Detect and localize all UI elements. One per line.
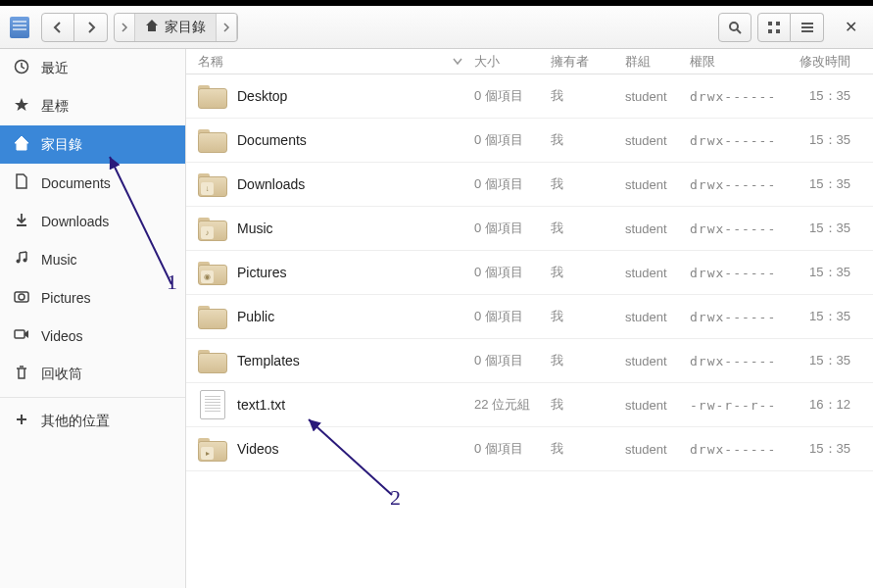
cell-owner: 我 [551, 352, 625, 369]
cell-owner: 我 [551, 87, 625, 105]
column-headers: 名稱 大小 擁有者 群組 權限 修改時間 [186, 49, 873, 74]
annotation-label-2: 2 [390, 485, 401, 511]
cell-group: student [625, 398, 690, 413]
column-header-group[interactable]: 群組 [625, 53, 690, 71]
sidebar-item-label: Documents [41, 175, 111, 191]
svg-rect-5 [776, 29, 780, 33]
file-name: Downloads [237, 176, 305, 192]
doc-icon [14, 173, 29, 192]
column-header-perm[interactable]: 權限 [690, 53, 792, 71]
svg-point-10 [17, 260, 21, 264]
cell-size: 22 位元組 [474, 396, 551, 414]
cell-perm: drwx------ [690, 89, 792, 104]
table-row[interactable]: Desktop0 個項目我studentdrwx------15：35 [186, 74, 873, 119]
cell-perm: drwx------ [690, 354, 792, 368]
path-segment-home[interactable]: 家目錄 [135, 14, 217, 41]
column-header-mtime[interactable]: 修改時間 [792, 53, 850, 71]
folder-icon: ♪ [198, 216, 227, 241]
cell-size: 0 個項目 [474, 440, 551, 458]
column-header-owner[interactable]: 擁有者 [551, 53, 625, 71]
sidebar-item-home[interactable]: 家目錄 [0, 125, 185, 164]
sidebar-item-other[interactable]: 其他的位置 [0, 402, 185, 440]
table-row[interactable]: text1.txt22 位元組我student-rw-r--r--16：12 [186, 383, 873, 427]
cell-group: student [625, 221, 690, 236]
table-row[interactable]: ◉Pictures0 個項目我studentdrwx------15：35 [186, 251, 873, 295]
cell-size: 0 個項目 [474, 131, 551, 149]
table-row[interactable]: Documents0 個項目我studentdrwx------15：35 [186, 119, 873, 163]
column-header-name[interactable]: 名稱 [198, 53, 474, 71]
cell-mtime: 15：35 [792, 308, 850, 325]
file-list: 名稱 大小 擁有者 群組 權限 修改時間 Desktop0 個項目我studen… [186, 49, 873, 588]
cell-mtime: 16：12 [792, 396, 850, 414]
pathbar[interactable]: 家目錄 [114, 13, 238, 42]
sidebar-item-trash[interactable]: 回收筒 [0, 355, 185, 393]
sidebar-item-label: 星標 [41, 98, 69, 116]
cell-group: student [625, 89, 690, 104]
file-name: Pictures [237, 265, 287, 280]
back-button[interactable] [41, 13, 74, 42]
search-button[interactable] [718, 13, 752, 42]
svg-rect-14 [15, 330, 24, 338]
svg-point-0 [730, 23, 738, 30]
cell-group: student [625, 354, 690, 368]
path-root-button[interactable] [115, 14, 135, 41]
sidebar-item-videos[interactable]: Videos [0, 317, 185, 355]
folder-icon: ▸ [198, 436, 227, 462]
sidebar-item-label: 其他的位置 [41, 413, 110, 430]
cell-size: 0 個項目 [474, 352, 551, 369]
sidebar-item-label: Downloads [41, 214, 109, 229]
cell-owner: 我 [551, 440, 625, 458]
path-expand-button[interactable] [217, 14, 237, 41]
cell-group: student [625, 177, 690, 192]
cell-perm: drwx------ [690, 310, 792, 324]
table-row[interactable]: Templates0 個項目我studentdrwx------15：35 [186, 339, 873, 383]
view-grid-button[interactable] [757, 13, 791, 42]
table-row[interactable]: ↓Downloads0 個項目我studentdrwx------15：35 [186, 163, 873, 207]
file-name: text1.txt [237, 397, 285, 413]
video-icon [14, 326, 29, 345]
table-row[interactable]: ▸Videos0 個項目我studentdrwx------15：35 [186, 427, 873, 471]
cell-mtime: 15：35 [792, 440, 850, 458]
folder-icon [198, 304, 227, 329]
cell-perm: -rw-r--r-- [690, 398, 792, 413]
cell-owner: 我 [551, 264, 625, 281]
sidebar-item-pictures[interactable]: Pictures [0, 278, 185, 317]
sidebar-item-label: Music [41, 252, 77, 268]
cell-owner: 我 [551, 131, 625, 149]
svg-rect-4 [768, 29, 772, 33]
sidebar-item-starred[interactable]: 星標 [0, 87, 185, 125]
file-name: Templates [237, 353, 300, 368]
plus-icon [14, 412, 29, 430]
sidebar-item-documents[interactable]: Documents [0, 164, 185, 202]
table-row[interactable]: Public0 個項目我studentdrwx------15：35 [186, 295, 873, 339]
column-header-size[interactable]: 大小 [474, 53, 551, 71]
forward-button[interactable] [74, 13, 108, 42]
folder-icon: ◉ [198, 260, 227, 285]
toolbar: 家目錄 ✕ [0, 6, 873, 49]
cell-mtime: 15：35 [792, 175, 850, 193]
file-name: Public [237, 309, 274, 324]
cell-owner: 我 [551, 396, 625, 414]
sidebar-item-music[interactable]: Music [0, 240, 185, 278]
file-icon [200, 390, 225, 419]
cell-mtime: 15：35 [792, 87, 850, 105]
sidebar-item-label: 回收筒 [41, 366, 82, 383]
trash-icon [14, 365, 29, 383]
cell-size: 0 個項目 [474, 175, 551, 193]
folder-icon: ↓ [198, 172, 227, 197]
hamburger-menu-button[interactable] [791, 13, 824, 42]
annotation-label-1: 1 [167, 270, 177, 295]
cell-size: 0 個項目 [474, 308, 551, 325]
cell-perm: drwx------ [690, 221, 792, 236]
close-button[interactable]: ✕ [836, 13, 865, 42]
sidebar-item-downloads[interactable]: Downloads [0, 202, 185, 240]
home-icon [14, 135, 29, 154]
cell-group: student [625, 310, 690, 324]
sidebar-item-recent[interactable]: 最近 [0, 49, 185, 87]
clock-icon [14, 59, 29, 77]
star-icon [14, 97, 29, 116]
cell-owner: 我 [551, 308, 625, 325]
cell-owner: 我 [551, 175, 625, 193]
sidebar-item-label: Videos [41, 328, 83, 344]
table-row[interactable]: ♪Music0 個項目我studentdrwx------15：35 [186, 207, 873, 251]
